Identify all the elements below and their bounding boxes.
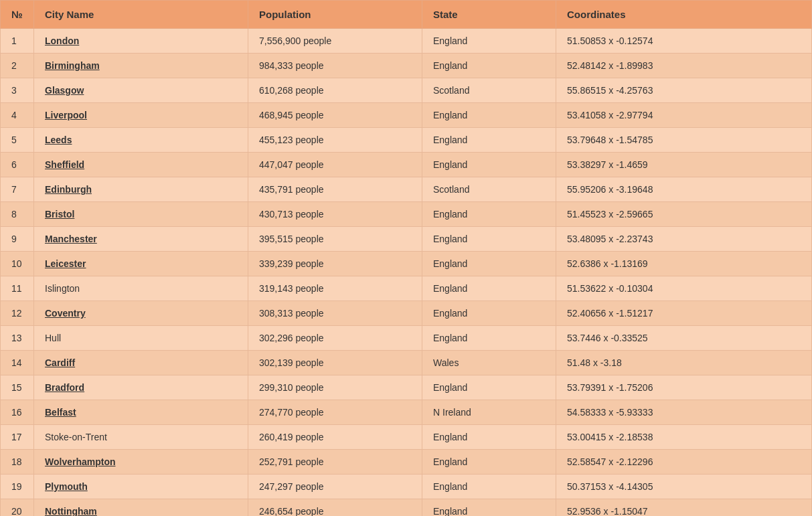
city-link[interactable]: Belfast xyxy=(45,407,76,418)
table-row: 20Nottingham246,654 peopleEngland52.9536… xyxy=(1,499,812,517)
header-city-name: City Name xyxy=(34,1,248,29)
header-no: № xyxy=(1,1,34,29)
cell-coordinates: 52.58547 x -2.12296 xyxy=(556,450,812,475)
cell-city[interactable]: Coventry xyxy=(34,301,248,326)
table-row: 16Belfast274,770 peopleN Ireland54.58333… xyxy=(1,400,812,425)
cell-coordinates: 53.48095 x -2.23743 xyxy=(556,227,812,252)
header-population: Population xyxy=(248,1,422,29)
cell-state: England xyxy=(422,475,556,499)
cell-no: 18 xyxy=(1,450,34,475)
table-container: № City Name Population State Coordinates… xyxy=(0,0,812,516)
table-row: 19Plymouth247,297 peopleEngland50.37153 … xyxy=(1,475,812,499)
cell-state: England xyxy=(422,375,556,400)
cell-no: 13 xyxy=(1,326,34,351)
cell-no: 12 xyxy=(1,301,34,326)
city-link[interactable]: Cardiff xyxy=(45,357,75,368)
city-link[interactable]: Liverpool xyxy=(45,110,87,120)
city-link[interactable]: Glasgow xyxy=(45,85,84,96)
city-link[interactable]: Coventry xyxy=(45,308,86,319)
table-row: 17Stoke-on-Trent260,419 peopleEngland53.… xyxy=(1,425,812,450)
cell-no: 15 xyxy=(1,375,34,400)
cell-no: 14 xyxy=(1,351,34,375)
cell-city[interactable]: London xyxy=(34,29,248,54)
cell-state: Wales xyxy=(422,351,556,375)
cell-population: 447,047 people xyxy=(248,153,422,177)
city-link[interactable]: Leicester xyxy=(45,258,86,269)
cell-state: England xyxy=(422,252,556,276)
city-link[interactable]: Manchester xyxy=(45,234,97,244)
city-link[interactable]: Leeds xyxy=(45,135,72,145)
table-row: 4Liverpool468,945 peopleEngland53.41058 … xyxy=(1,103,812,128)
city-link[interactable]: Bradford xyxy=(45,382,84,393)
cell-coordinates: 53.79648 x -1.54785 xyxy=(556,128,812,153)
cell-city[interactable]: Leicester xyxy=(34,252,248,276)
cell-coordinates: 53.79391 x -1.75206 xyxy=(556,375,812,400)
cell-no: 7 xyxy=(1,177,34,202)
cell-no: 4 xyxy=(1,103,34,128)
cell-city[interactable]: Wolverhampton xyxy=(34,450,248,475)
cell-no: 1 xyxy=(1,29,34,54)
city-link[interactable]: Nottingham xyxy=(45,506,97,516)
cell-city[interactable]: Glasgow xyxy=(34,78,248,103)
cell-city[interactable]: Edinburgh xyxy=(34,177,248,202)
cell-city[interactable]: Leeds xyxy=(34,128,248,153)
cell-coordinates: 52.6386 x -1.13169 xyxy=(556,252,812,276)
cell-population: 274,770 people xyxy=(248,400,422,425)
cell-city[interactable]: Liverpool xyxy=(34,103,248,128)
cell-coordinates: 53.7446 x -0.33525 xyxy=(556,326,812,351)
city-link[interactable]: Wolverhampton xyxy=(45,456,116,467)
cell-state: N Ireland xyxy=(422,400,556,425)
cell-coordinates: 53.41058 x -2.97794 xyxy=(556,103,812,128)
table-row: 7Edinburgh435,791 peopleScotland55.95206… xyxy=(1,177,812,202)
cell-city[interactable]: Bristol xyxy=(34,202,248,227)
cell-no: 17 xyxy=(1,425,34,450)
header-state: State xyxy=(422,1,556,29)
cell-population: 299,310 people xyxy=(248,375,422,400)
city-link[interactable]: Plymouth xyxy=(45,481,88,492)
cell-population: 395,515 people xyxy=(248,227,422,252)
cell-population: 984,333 people xyxy=(248,54,422,78)
cell-population: 246,654 people xyxy=(248,499,422,517)
cities-table: № City Name Population State Coordinates… xyxy=(0,0,812,516)
cell-population: 319,143 people xyxy=(248,276,422,301)
table-header-row: № City Name Population State Coordinates xyxy=(1,1,812,29)
cell-population: 468,945 people xyxy=(248,103,422,128)
cell-state: Scotland xyxy=(422,177,556,202)
cell-population: 7,556,900 people xyxy=(248,29,422,54)
cell-state: England xyxy=(422,326,556,351)
cell-city[interactable]: Cardiff xyxy=(34,351,248,375)
cell-city[interactable]: Belfast xyxy=(34,400,248,425)
cell-state: England xyxy=(422,202,556,227)
cell-coordinates: 51.48 x -3.18 xyxy=(556,351,812,375)
cell-state: England xyxy=(422,227,556,252)
cell-coordinates: 50.37153 x -4.14305 xyxy=(556,475,812,499)
cell-no: 8 xyxy=(1,202,34,227)
cell-state: England xyxy=(422,301,556,326)
cell-state: England xyxy=(422,103,556,128)
cell-state: England xyxy=(422,29,556,54)
cell-city[interactable]: Nottingham xyxy=(34,499,248,517)
cell-coordinates: 52.48142 x -1.89983 xyxy=(556,54,812,78)
cell-city[interactable]: Bradford xyxy=(34,375,248,400)
city-link[interactable]: Bristol xyxy=(45,209,74,220)
table-row: 13Hull302,296 peopleEngland53.7446 x -0.… xyxy=(1,326,812,351)
city-link[interactable]: London xyxy=(45,35,79,46)
cell-city[interactable]: Plymouth xyxy=(34,475,248,499)
cell-population: 252,791 people xyxy=(248,450,422,475)
cell-coordinates: 55.86515 x -4.25763 xyxy=(556,78,812,103)
cell-city[interactable]: Birmingham xyxy=(34,54,248,78)
city-link[interactable]: Sheffield xyxy=(45,159,84,170)
cell-population: 308,313 people xyxy=(248,301,422,326)
cell-coordinates: 52.9536 x -1.15047 xyxy=(556,499,812,517)
header-coordinates: Coordinates xyxy=(556,1,812,29)
city-link[interactable]: Birmingham xyxy=(45,60,100,71)
cell-coordinates: 54.58333 x -5.93333 xyxy=(556,400,812,425)
cell-city[interactable]: Manchester xyxy=(34,227,248,252)
cell-population: 455,123 people xyxy=(248,128,422,153)
cell-no: 9 xyxy=(1,227,34,252)
cell-no: 2 xyxy=(1,54,34,78)
cell-city[interactable]: Sheffield xyxy=(34,153,248,177)
table-row: 11Islington319,143 peopleEngland51.53622… xyxy=(1,276,812,301)
cell-no: 20 xyxy=(1,499,34,517)
city-link[interactable]: Edinburgh xyxy=(45,184,92,195)
